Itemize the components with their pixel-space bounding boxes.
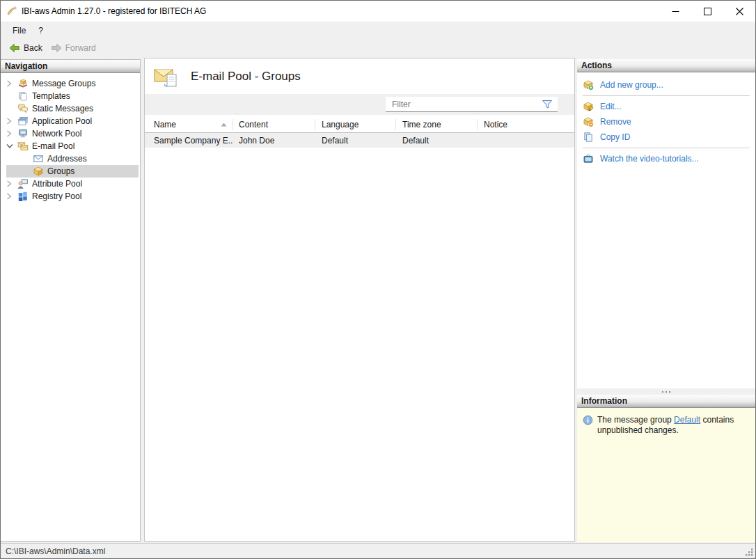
nav-item-label: Application Pool <box>32 116 92 126</box>
column-header-notice[interactable]: Notice <box>478 119 574 130</box>
column-header-name[interactable]: Name <box>145 119 233 130</box>
chevron-collapsed-icon[interactable] <box>6 80 17 87</box>
action-label: Edit... <box>600 102 622 111</box>
action-label: Remove <box>600 117 631 127</box>
info-text-before: The message group <box>597 415 672 425</box>
filter-input[interactable] <box>386 100 542 109</box>
information-message: The message group Default contains unpub… <box>597 415 749 436</box>
nav-item-message-groups[interactable]: Message Groups <box>6 77 139 90</box>
copy-id-button[interactable]: Copy ID <box>577 129 755 145</box>
action-label: Watch the video-tutorials... <box>600 154 699 164</box>
column-header-content[interactable]: Content <box>233 119 315 130</box>
page-header: E-mail Pool - Groups <box>145 58 574 94</box>
menu-file[interactable]: File <box>6 22 32 39</box>
resize-grip[interactable] <box>744 547 753 556</box>
status-bar: C:\IBI-aws\Admin\Data.xml <box>1 543 755 558</box>
nav-item-label: Static Messages <box>32 104 93 113</box>
app-icon <box>6 6 17 17</box>
close-icon <box>736 8 743 15</box>
nav-item-templates[interactable]: Templates <box>6 90 139 102</box>
nav-item-registry-pool[interactable]: Registry Pool <box>6 190 139 203</box>
action-label: Copy ID <box>600 132 630 142</box>
sort-ascending-icon <box>221 123 227 127</box>
maximize-button[interactable] <box>691 1 723 22</box>
menu-help[interactable]: ? <box>32 22 49 39</box>
nav-item-groups[interactable]: Groups <box>6 165 139 178</box>
filter-toolbar <box>145 94 574 115</box>
navigation-panel-header: Navigation <box>1 60 140 73</box>
forward-button[interactable]: Forward <box>47 41 100 55</box>
nav-item-email-pool[interactable]: E-mail Pool <box>6 140 139 152</box>
close-button[interactable] <box>723 1 755 22</box>
chevron-expanded-icon[interactable] <box>6 143 17 149</box>
video-tutorials-icon <box>583 153 594 164</box>
menu-bar: File ? <box>1 22 755 39</box>
minimize-button[interactable] <box>659 1 691 22</box>
cell-name: Sample Company E... <box>145 136 233 145</box>
panel-splitter[interactable] <box>577 388 755 395</box>
nav-item-label: Addresses <box>47 154 87 164</box>
cell-language: Default <box>315 136 396 145</box>
templates-icon <box>17 90 29 102</box>
navigation-tree: Message Groups Templates <box>1 73 140 203</box>
back-label: Back <box>24 43 42 53</box>
groups-icon <box>33 166 44 177</box>
watch-video-tutorials-button[interactable]: Watch the video-tutorials... <box>577 151 755 166</box>
network-pool-icon <box>17 128 29 139</box>
cell-content: John Doe <box>233 136 315 145</box>
column-header-language[interactable]: Language <box>315 119 396 130</box>
main-panel: E-mail Pool - Groups Name Conte <box>144 58 575 542</box>
remove-icon <box>583 116 594 127</box>
edit-button[interactable]: Edit... <box>577 99 755 114</box>
registry-pool-icon <box>17 191 29 202</box>
table-header: Name Content Language Time zone Notice <box>145 116 574 133</box>
edit-icon <box>583 101 594 112</box>
separator <box>583 148 750 148</box>
chevron-collapsed-icon[interactable] <box>6 118 17 125</box>
default-group-link[interactable]: Default <box>674 415 700 425</box>
message-groups-icon <box>17 78 29 89</box>
add-new-group-button[interactable]: Add new group... <box>577 77 755 93</box>
column-header-timezone[interactable]: Time zone <box>396 119 478 130</box>
nav-item-label: Message Groups <box>32 79 95 88</box>
information-panel: The message group Default contains unpub… <box>577 408 755 542</box>
nav-item-label: Groups <box>47 166 74 176</box>
remove-button[interactable]: Remove <box>577 114 755 129</box>
back-button[interactable]: Back <box>5 41 47 55</box>
cell-timezone: Default <box>396 136 478 145</box>
attribute-pool-icon <box>17 178 29 189</box>
filter-field <box>386 97 558 112</box>
page-title: E-mail Pool - Groups <box>191 70 301 84</box>
minimize-icon <box>672 8 679 15</box>
nav-item-static-messages[interactable]: Static Messages <box>6 102 139 115</box>
nav-item-label: Attribute Pool <box>32 179 82 189</box>
table-row[interactable]: Sample Company E... John Doe Default Def… <box>145 133 574 148</box>
content-area: Navigation Message Groups <box>1 56 755 543</box>
column-label: Name <box>154 119 176 130</box>
nav-item-addresses[interactable]: Addresses <box>6 152 139 165</box>
nav-item-application-pool[interactable]: Application Pool <box>6 115 139 127</box>
nav-item-label: Templates <box>32 91 70 101</box>
title-bar: IBI-aws Admin 1.27.0 - registered for IB… <box>1 1 755 22</box>
nav-item-network-pool[interactable]: Network Pool <box>6 127 139 140</box>
chevron-collapsed-icon[interactable] <box>6 130 17 137</box>
nav-item-label: Registry Pool <box>32 191 81 201</box>
information-panel-header: Information <box>577 395 755 408</box>
filter-funnel-icon[interactable] <box>542 100 553 109</box>
window-controls <box>659 1 755 22</box>
nav-item-label: E-mail Pool <box>32 141 74 151</box>
chevron-collapsed-icon[interactable] <box>6 193 17 200</box>
forward-arrow-icon <box>51 42 62 54</box>
window-title: IBI-aws Admin 1.27.0 - registered for IB… <box>22 6 206 16</box>
nav-item-attribute-pool[interactable]: Attribute Pool <box>6 178 139 190</box>
separator <box>583 95 750 96</box>
application-pool-icon <box>17 116 29 127</box>
nav-item-label: Network Pool <box>32 129 81 139</box>
actions-panel-header: Actions <box>577 59 755 72</box>
maximize-icon <box>704 8 711 15</box>
addresses-icon <box>33 153 44 164</box>
chevron-collapsed-icon[interactable] <box>6 180 17 187</box>
right-panel: Actions Add new group... <box>577 59 755 542</box>
forward-label: Forward <box>65 43 96 53</box>
add-group-icon <box>583 79 594 90</box>
